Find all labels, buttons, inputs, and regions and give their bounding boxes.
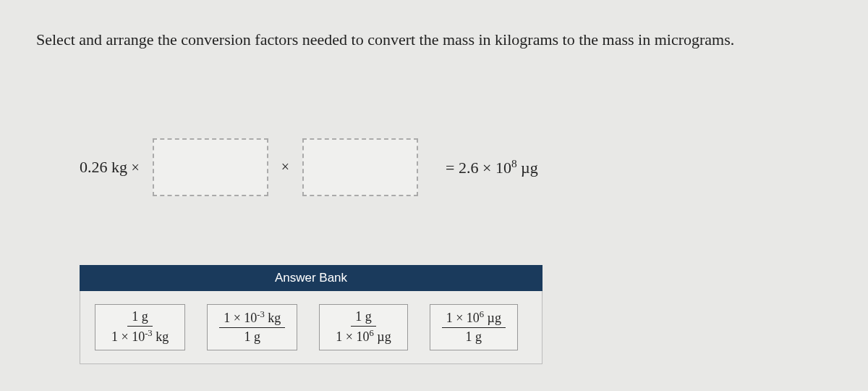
conversion-tile[interactable]: 1 × 106 µg 1 g: [430, 304, 518, 350]
tile-numerator: 1 × 106 µg: [442, 309, 506, 329]
tile-denominator: 1 g: [461, 328, 487, 345]
tile-denominator: 1 × 10-3 kg: [107, 327, 173, 345]
question-prompt: Select and arrange the conversion factor…: [36, 29, 832, 51]
answer-bank: Answer Bank 1 g 1 × 10-3 kg 1 × 10-3 kg …: [80, 265, 542, 364]
equation-row: 0.26 kg × × = 2.6 × 108 µg: [80, 138, 832, 196]
starting-value: 0.26 kg ×: [80, 158, 140, 177]
times-symbol: ×: [281, 159, 289, 175]
equation-result: = 2.6 × 108 µg: [446, 157, 538, 177]
drop-slot-2[interactable]: [302, 138, 418, 196]
tile-numerator: 1 g: [351, 309, 376, 327]
answer-bank-body: 1 g 1 × 10-3 kg 1 × 10-3 kg 1 g 1 g 1 × …: [80, 291, 542, 364]
tile-denominator: 1 g: [239, 328, 265, 345]
drop-slot-1[interactable]: [153, 138, 268, 196]
tile-numerator: 1 g: [127, 309, 153, 327]
conversion-tile[interactable]: 1 g 1 × 10-3 kg: [95, 304, 185, 350]
conversion-tile[interactable]: 1 g 1 × 106 µg: [319, 304, 407, 350]
answer-bank-title: Answer Bank: [80, 265, 542, 291]
tile-denominator: 1 × 106 µg: [331, 327, 395, 345]
tile-numerator: 1 × 10-3 kg: [219, 309, 285, 329]
conversion-tile[interactable]: 1 × 10-3 kg 1 g: [207, 304, 297, 350]
